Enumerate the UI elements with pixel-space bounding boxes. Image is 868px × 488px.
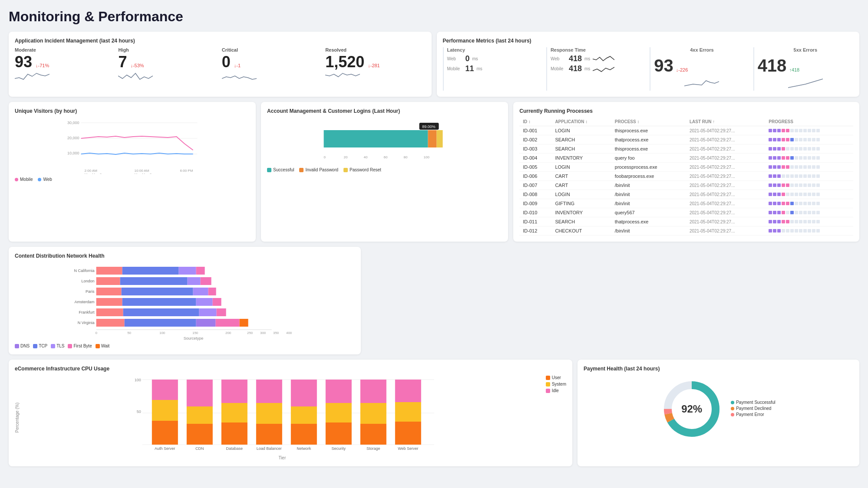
svg-rect-49 xyxy=(125,319,196,327)
svg-text:Load Balancer: Load Balancer xyxy=(257,446,282,451)
visitors-legend: Mobile Web xyxy=(15,177,250,182)
svg-text:Amsterdam: Amsterdam xyxy=(75,300,95,304)
response-mobile-label: Mobile xyxy=(551,66,566,71)
cell-process: /bin/init xyxy=(611,181,686,190)
incident-high-chart xyxy=(118,70,153,82)
cell-lastrun: 2021-05-04T02:29:27... xyxy=(686,199,765,208)
svg-text:50: 50 xyxy=(127,331,131,335)
svg-text:100: 100 xyxy=(424,155,430,159)
incident-resolved: Resolved 1,520 ↓-281 xyxy=(325,47,425,83)
errors-5xx-value: 418 xyxy=(758,56,787,75)
svg-rect-48 xyxy=(96,319,125,327)
svg-text:10,000: 10,000 xyxy=(67,151,79,155)
incident-resolved-chart xyxy=(325,70,360,82)
cpu-card: eCommerce Infrastructure CPU Usage Perce… xyxy=(9,360,572,466)
latency-mobile-label: Mobile xyxy=(447,66,463,71)
cell-progress xyxy=(765,217,853,226)
svg-rect-47 xyxy=(217,308,226,316)
svg-rect-11 xyxy=(324,130,428,147)
performance-grid: Latency Web 0 ms Mobile 11 ms Response T… xyxy=(443,47,854,91)
cell-process: query567 xyxy=(611,208,686,217)
cell-progress xyxy=(765,154,853,163)
errors-4xx-delta: ↓-226 xyxy=(676,67,688,72)
latency-section: Latency Web 0 ms Mobile 11 ms xyxy=(443,47,543,91)
svg-text:80: 80 xyxy=(404,155,408,159)
latency-label: Latency xyxy=(447,47,543,52)
cell-process: /bin/init xyxy=(611,199,686,208)
svg-text:300: 300 xyxy=(260,331,266,335)
web-label: Web xyxy=(43,177,52,182)
cell-process: thisprocess.exe xyxy=(611,144,686,154)
svg-rect-32 xyxy=(96,277,120,285)
cell-process: thisprocess.exe xyxy=(611,126,686,135)
svg-rect-38 xyxy=(193,288,208,295)
table-row: ID-008 LOGIN /bin/init 2021-05-04T02:29:… xyxy=(519,190,853,199)
table-row: ID-004 INVENTORY query foo 2021-05-04T02… xyxy=(519,154,853,163)
col-application: APPLICATION ↕ xyxy=(551,118,611,126)
svg-rect-50 xyxy=(196,319,216,327)
incident-title: Application Incident Management (last 24… xyxy=(15,38,426,44)
svg-text:100: 100 xyxy=(135,378,141,382)
incident-high-delta: ↓-53% xyxy=(130,63,144,68)
cell-id: ID-002 xyxy=(519,135,551,144)
cell-progress xyxy=(765,126,853,135)
incident-high-value: 7 xyxy=(118,54,127,70)
svg-text:Frankfurt: Frankfurt xyxy=(79,310,95,314)
payment-title: Payment Health (last 24 hours) xyxy=(584,366,853,372)
svg-text:Sourcetype: Sourcetype xyxy=(184,336,204,341)
cell-id: ID-009 xyxy=(519,199,551,208)
incident-grid: Moderate 93 ↓-71% High 7 ↓-53% xyxy=(15,47,426,83)
svg-text:100: 100 xyxy=(159,331,165,335)
cell-progress xyxy=(765,163,853,172)
svg-text:20,000: 20,000 xyxy=(67,136,79,140)
page-container: Monitoring & Performance Application Inc… xyxy=(0,0,868,475)
svg-text:Database: Database xyxy=(226,446,243,451)
table-row: ID-002 SEARCH thatprocess.exe 2021-05-04… xyxy=(519,135,853,144)
response-web-chart xyxy=(593,55,614,63)
processes-table: ID ↕ APPLICATION ↕ PROCESS ↕ LAST RUN ↑ … xyxy=(519,118,853,236)
errors-5xx-label: 5xx Errors xyxy=(758,47,853,52)
svg-rect-87 xyxy=(291,380,317,406)
cdn-legend: DNS TCP TLS First Byte Wait xyxy=(15,344,355,348)
tls-label: TLS xyxy=(56,344,64,348)
response-web-label: Web xyxy=(551,56,566,61)
svg-rect-99 xyxy=(395,380,421,402)
svg-rect-89 xyxy=(326,422,352,445)
cell-process: thatprocess.exe xyxy=(611,135,686,144)
svg-rect-95 xyxy=(360,380,386,403)
svg-rect-34 xyxy=(188,277,201,285)
incident-critical-label: Critical xyxy=(222,47,322,52)
successful-label: Successful xyxy=(273,167,294,172)
svg-rect-42 xyxy=(196,298,213,306)
incident-moderate-chart xyxy=(15,70,50,82)
cpu-title: eCommerce Infrastructure CPU Usage xyxy=(15,366,566,372)
cell-lastrun: 2021-05-04T02:29:27... xyxy=(686,135,765,144)
cell-app: CHECKOUT xyxy=(551,226,611,236)
visitors-title: Unique Visitors (by hour) xyxy=(15,108,250,114)
payment-legend: Payment Successful Payment Declined Paym… xyxy=(731,400,776,418)
svg-text:250: 250 xyxy=(247,331,253,335)
cell-id: ID-012 xyxy=(519,226,551,236)
cdn-chart: N California London Paris Amsterdam Fran… xyxy=(15,262,355,341)
svg-text:40: 40 xyxy=(364,155,368,159)
cell-progress xyxy=(765,181,853,190)
svg-rect-78 xyxy=(221,403,248,422)
table-row: ID-010 INVENTORY query567 2021-05-04T02:… xyxy=(519,208,853,217)
svg-rect-83 xyxy=(256,380,282,403)
table-row: ID-005 LOGIN processprocess.exe 2021-05-… xyxy=(519,163,853,172)
svg-text:200: 200 xyxy=(225,331,231,335)
incident-resolved-delta: ↓-281 xyxy=(368,63,380,68)
incident-moderate: Moderate 93 ↓-71% xyxy=(15,47,115,83)
cell-id: ID-004 xyxy=(519,154,551,163)
cdn-title: Content Distribution Network Health xyxy=(15,253,355,259)
cell-process: processprocess.exe xyxy=(611,163,686,172)
cell-app: SEARCH xyxy=(551,135,611,144)
svg-rect-97 xyxy=(395,422,421,445)
svg-text:150: 150 xyxy=(192,331,198,335)
payment-percentage: 92% xyxy=(681,403,702,415)
svg-text:CDN: CDN xyxy=(195,446,204,451)
visitors-chart: 30,000 20,000 10,000 2:00 AM Mon May 3 1… xyxy=(15,118,250,174)
cell-process: /bin/init xyxy=(611,190,686,199)
incident-moderate-value: 93 xyxy=(15,54,32,70)
cell-id: ID-011 xyxy=(519,217,551,226)
